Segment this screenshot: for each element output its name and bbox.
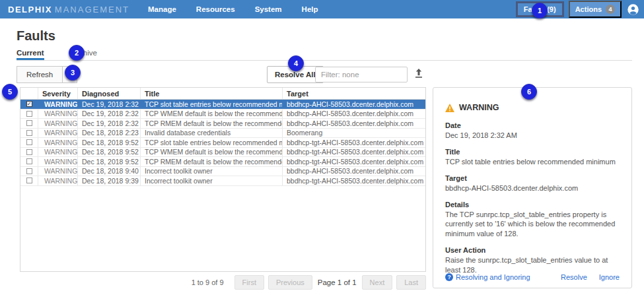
pagination-range: 1 to 9 of 9: [192, 278, 224, 286]
row-title-cell: TCP WMEM default is below the recommende…: [141, 110, 283, 119]
pagination-page-indicator: Page 1 of 1: [318, 278, 357, 286]
row-severity-cell: WARNING: [38, 138, 78, 147]
row-target-cell: bbdhcp-tgt-AHCI-58503.dcenter.delphix.co…: [283, 138, 425, 147]
row-diagnosed-cell: Dec 18, 2018 9:52 AM: [78, 148, 141, 157]
menu-system[interactable]: System: [255, 5, 282, 13]
row-checkbox[interactable]: [26, 168, 32, 174]
row-diagnosed-cell: Dec 18, 2018 9:39 AM: [78, 176, 141, 185]
menu-manage[interactable]: Manage: [148, 5, 176, 13]
callout-6: 6: [521, 84, 537, 100]
row-checkbox-cell: [20, 138, 38, 147]
row-severity-text: WARNING: [44, 110, 77, 117]
row-checkbox[interactable]: [26, 120, 32, 126]
pagination-next-button[interactable]: Next: [362, 275, 393, 290]
resolve-link[interactable]: Resolve: [561, 273, 587, 281]
faults-page: DELPHIXMANAGEMENT Manage Resources Syste…: [0, 0, 644, 291]
pagination-first-button[interactable]: First: [234, 275, 264, 290]
details-title-label: Title: [445, 148, 620, 156]
row-checkbox[interactable]: [26, 139, 32, 145]
row-title-cell: TCP slot table entries below recommended…: [141, 138, 283, 147]
details-date-label: Date: [445, 121, 620, 129]
details-target-value: bbdhcp-AHCI-58503.dcenter.delphix.com: [445, 183, 620, 193]
row-checkbox[interactable]: ✓: [26, 101, 32, 107]
row-severity-cell: WARNING: [38, 110, 78, 119]
header-target[interactable]: Target: [283, 88, 425, 99]
details-title-section: Title TCP slot table entries below recom…: [445, 148, 620, 167]
row-checkbox-cell: [20, 157, 38, 166]
delphix-logo: DELPHIXMANAGEMENT: [8, 5, 129, 15]
help-question-icon: ?: [445, 273, 453, 281]
row-diagnosed-cell: Dec 19, 2018 2:32 AM: [78, 119, 141, 128]
row-title-cell: TCP RMEM default is below the recommende…: [141, 157, 283, 166]
row-target-cell: bbdhcp-AHCI-58503.dcenter.delphix.com: [283, 110, 425, 119]
header-diagnosed[interactable]: Diagnosed: [78, 88, 141, 99]
header-checkbox-cell: [20, 88, 38, 99]
row-checkbox[interactable]: [26, 111, 32, 117]
row-title-cell: TCP WMEM default is below the recommende…: [141, 148, 283, 157]
table-row[interactable]: WARNINGDec 18, 2018 2:23 PMInvalid datab…: [20, 129, 425, 139]
row-target-cell: bbdhcp-AHCI-58503.dcenter.delphix.com: [283, 119, 425, 128]
table-row[interactable]: WARNINGDec 19, 2018 2:32 AMTCP WMEM defa…: [20, 110, 425, 119]
row-severity-text: WARNING: [44, 100, 78, 108]
tab-current[interactable]: Current: [17, 49, 44, 60]
table-row[interactable]: WARNINGDec 18, 2018 9:39 AMIncorrect too…: [20, 176, 425, 186]
callout-5: 5: [2, 84, 18, 100]
row-severity-cell: WARNING: [38, 176, 78, 185]
row-checkbox[interactable]: [26, 178, 32, 183]
faults-table: Severity Diagnosed Title Target ✓WARNING…: [20, 87, 426, 272]
row-severity-text: WARNING: [44, 158, 77, 166]
logo-secondary: MANAGEMENT: [55, 5, 129, 15]
header-severity[interactable]: Severity: [38, 88, 78, 99]
row-checkbox[interactable]: [26, 130, 32, 136]
details-user-action-section: User Action Raise the sunrpc.tcp_slot_ta…: [445, 246, 620, 275]
help-link-label: Resolving and Ignoring: [456, 273, 530, 281]
header-title[interactable]: Title: [141, 88, 283, 99]
table-row[interactable]: ✓WARNINGDec 19, 2018 2:32 AMTCP slot tab…: [20, 100, 425, 110]
callout-4: 4: [288, 55, 304, 71]
pagination-last-button[interactable]: Last: [396, 275, 426, 290]
row-checkbox[interactable]: [26, 149, 32, 155]
row-target-cell: bbdhcp-tgt-AHCI-58503.dcenter.delphix.co…: [283, 157, 425, 166]
callout-3: 3: [65, 65, 81, 81]
ignore-link[interactable]: Ignore: [599, 273, 620, 281]
table-row[interactable]: WARNINGDec 18, 2018 9:52 AMTCP WMEM defa…: [20, 148, 425, 158]
logo-primary: DELPHIX: [8, 5, 52, 15]
row-severity-text: WARNING: [44, 148, 77, 156]
menu-help[interactable]: Help: [302, 5, 318, 13]
row-severity-cell: WARNING: [38, 157, 78, 166]
details-action-links: Resolve Ignore: [561, 273, 620, 281]
pagination-previous-button[interactable]: Previous: [268, 275, 312, 290]
details-title-value: TCP slot table entries below recommended…: [445, 157, 620, 167]
row-target-cell: bbdhcp-AHCI-58503.dcenter.delphix.com: [283, 167, 425, 176]
resolving-ignoring-help-link[interactable]: ? Resolving and Ignoring: [445, 273, 530, 281]
tab-bar: Current Archive: [17, 49, 632, 61]
row-title-cell: Invalid database credentials: [141, 129, 283, 138]
row-title-cell: Incorrect toolkit owner: [141, 176, 283, 185]
top-menu: Manage Resources System Help: [148, 5, 318, 13]
details-user-action-value: Raise the sunrpc.tcp_slot_table_entries …: [445, 255, 620, 275]
row-target-cell: bbdhcp-tgt-AHCI-58503.dcenter.delphix.co…: [283, 176, 425, 185]
warning-icon: [445, 104, 454, 112]
table-row[interactable]: WARNINGDec 18, 2018 9:52 AMTCP slot tabl…: [20, 138, 425, 148]
row-severity-cell: WARNING: [38, 148, 78, 157]
actions-button[interactable]: Actions 4: [569, 1, 622, 18]
row-checkbox[interactable]: [26, 158, 32, 164]
row-severity-cell: WARNING: [38, 167, 78, 176]
user-avatar-icon[interactable]: [627, 4, 639, 15]
callout-2: 2: [69, 45, 85, 61]
export-icon[interactable]: [414, 69, 423, 79]
menu-resources[interactable]: Resources: [196, 5, 235, 13]
callout-1: 1: [532, 3, 548, 18]
row-title-cell: TCP RMEM default is below the recommende…: [141, 119, 283, 128]
row-checkbox-cell: [20, 129, 38, 138]
refresh-button[interactable]: Refresh: [17, 66, 63, 83]
table-row[interactable]: WARNINGDec 19, 2018 2:32 AMTCP RMEM defa…: [20, 119, 425, 129]
filter-input[interactable]: [315, 67, 408, 82]
row-diagnosed-cell: Dec 19, 2018 2:32 AM: [78, 110, 141, 119]
row-checkbox-cell: [20, 176, 38, 185]
table-row[interactable]: WARNINGDec 18, 2018 9:40 AMIncorrect too…: [20, 167, 425, 177]
table-row[interactable]: WARNINGDec 18, 2018 9:52 AMTCP RMEM defa…: [20, 157, 425, 167]
row-target-cell: bbdhcp-tgt-AHCI-58503.dcenter.delphix.co…: [283, 148, 425, 157]
row-severity-cell: WARNING: [38, 129, 78, 138]
row-title-cell: Incorrect toolkit owner: [141, 167, 283, 176]
